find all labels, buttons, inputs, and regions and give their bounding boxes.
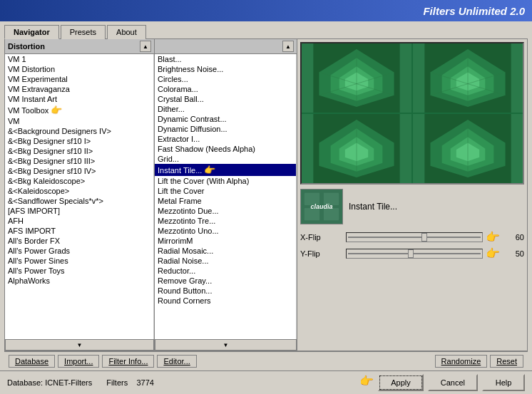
filter-item[interactable]: Crystal Ball...	[155, 94, 296, 104]
editor-button[interactable]: Editor...	[157, 355, 196, 368]
xflip-track	[348, 237, 481, 238]
category-item[interactable]: VM Experimental	[5, 74, 153, 84]
tabs: Navigator Presets About	[0, 21, 532, 38]
category-item[interactable]: VM Instant Art	[5, 94, 153, 104]
param-yflip-value: 50	[503, 249, 524, 258]
category-item[interactable]: &<Bkg Designer sf10 I>	[5, 136, 153, 146]
category-item[interactable]: &<Background Designers IV>	[5, 126, 153, 136]
category-panel: VM 1VM DistortionVM ExperimentalVM Extra…	[5, 54, 154, 339]
category-item[interactable]: All's Power Sines	[5, 256, 153, 266]
filter-item[interactable]: Brightness Noise...	[155, 64, 296, 74]
param-xflip-value: 60	[503, 233, 524, 242]
import-button[interactable]: Import...	[58, 355, 99, 368]
filter-panel: Blast...Brightness Noise...Circles...Col…	[155, 54, 297, 339]
category-item[interactable]: &<Bkg Kaleidoscope>	[5, 176, 153, 186]
title-bar: Filters Unlimited 2.0	[0, 0, 532, 21]
category-scroll-up[interactable]: ▲	[140, 41, 151, 52]
preview-cell-3	[302, 114, 411, 183]
tab-navigator[interactable]: Navigator	[4, 25, 59, 39]
param-yflip-slider[interactable]	[346, 249, 483, 259]
category-scroll-down[interactable]: ▼	[5, 339, 154, 351]
filter-item[interactable]: Remove Gray...	[155, 276, 296, 286]
category-header: Distortion	[8, 42, 45, 51]
filter-name-label: Instant Tile...	[349, 202, 524, 212]
reset-button[interactable]: Reset	[490, 355, 523, 368]
filter-item[interactable]: Lift the Cover	[155, 186, 296, 196]
filter-info-area: claudia Instant Tile...	[300, 189, 524, 224]
filter-item[interactable]: Mezzotinto Uno...	[155, 226, 296, 236]
category-item[interactable]: &<Bkg Designer sf10 IV>	[5, 166, 153, 176]
xflip-hand-icon: 👉	[486, 230, 500, 244]
filter-item[interactable]: Dynamic Contrast...	[155, 114, 296, 124]
status-buttons: 👉 Apply Cancel Help	[359, 374, 525, 391]
yflip-thumb[interactable]	[408, 249, 414, 258]
xflip-thumb[interactable]	[421, 233, 427, 242]
app-title: Filters Unlimited 2.0	[423, 5, 525, 17]
apply-button[interactable]: Apply	[378, 374, 424, 391]
filter-item[interactable]: Circles...	[155, 74, 296, 84]
category-item[interactable]: VM Distortion	[5, 64, 153, 74]
bottom-toolbar: Database Import... Filter Info... Editor…	[4, 351, 528, 370]
params-area: X-Flip 👉 60 Y-Flip 👉 50	[300, 230, 524, 348]
category-item[interactable]: &<Bkg Designer sf10 II>	[5, 146, 153, 156]
category-item[interactable]: VM	[5, 116, 153, 126]
filter-thumbnail: claudia	[300, 189, 343, 224]
filter-item[interactable]: Radial Noise...	[155, 256, 296, 266]
category-item[interactable]: All's Power Toys	[5, 266, 153, 276]
filter-item[interactable]: Extractor I...	[155, 134, 296, 144]
status-info: Database: ICNET-Filters Filters 3774	[7, 378, 154, 387]
param-xflip-slider[interactable]	[346, 232, 483, 242]
middle-panel: ▲ Blast...Brightness Noise...Circles...C…	[155, 39, 297, 351]
category-item[interactable]: &<Bkg Designer sf10 III>	[5, 156, 153, 166]
filter-item[interactable]: Dynamic Diffusion...	[155, 124, 296, 134]
category-item[interactable]: All's Power Grads	[5, 246, 153, 256]
category-item[interactable]: [AFS IMPORT]	[5, 206, 153, 216]
right-panel: claudia Instant Tile... X-Flip 👉 60	[297, 39, 527, 351]
main-container: Navigator Presets About Distortion ▲ VM …	[0, 21, 532, 394]
filter-item[interactable]: Round Button...	[155, 286, 296, 296]
filter-scroll-up[interactable]: ▲	[282, 41, 294, 52]
category-item[interactable]: AlphaWorks	[5, 276, 153, 286]
filter-item[interactable]: Metal Frame	[155, 196, 296, 206]
filter-scroll-down[interactable]: ▼	[155, 339, 297, 351]
left-panel: Distortion ▲ VM 1VM DistortionVM Experim…	[5, 39, 155, 351]
preview-cell-1	[302, 43, 411, 113]
yflip-hand-icon: 👉	[486, 247, 500, 260]
param-row-xflip: X-Flip 👉 60	[300, 230, 524, 244]
toolbar-left: Database Import... Filter Info... Editor…	[9, 355, 197, 368]
help-button[interactable]: Help	[482, 374, 525, 391]
category-item[interactable]: &<Sandflower Specials*v*>	[5, 196, 153, 206]
category-item[interactable]: AFH	[5, 216, 153, 226]
filter-item[interactable]: Fast Shadow (Needs Alpha)	[155, 144, 296, 154]
apply-hand-icon: 👉	[359, 374, 374, 391]
filter-item[interactable]: Round Corners	[155, 296, 296, 306]
filter-item[interactable]: Dither...	[155, 104, 296, 114]
filter-item[interactable]: Instant Tile... 👉	[155, 164, 296, 176]
filter-item[interactable]: Radial Mosaic...	[155, 246, 296, 256]
filter-list[interactable]: Blast...Brightness Noise...Circles...Col…	[155, 54, 297, 339]
tab-about[interactable]: About	[107, 25, 146, 39]
category-item[interactable]: AFS IMPORT	[5, 226, 153, 236]
category-item[interactable]: VM 1	[5, 54, 153, 64]
cancel-button[interactable]: Cancel	[428, 374, 478, 391]
param-yflip-label: Y-Flip	[300, 249, 343, 258]
preview-cell-2	[413, 43, 523, 113]
category-item[interactable]: &<Kaleidoscope>	[5, 186, 153, 196]
category-item[interactable]: All's Border FX	[5, 236, 153, 246]
category-item[interactable]: VM Toolbox 👉	[5, 104, 153, 116]
filter-item[interactable]: Grid...	[155, 154, 296, 164]
tab-presets[interactable]: Presets	[61, 25, 106, 39]
category-list[interactable]: VM 1VM DistortionVM ExperimentalVM Extra…	[5, 54, 154, 339]
category-item[interactable]: VM Extravaganza	[5, 84, 153, 94]
filter-item[interactable]: Blast...	[155, 54, 296, 64]
filter-item[interactable]: Mezzotinto Due...	[155, 206, 296, 216]
filter-item[interactable]: Mezzotinto Tre...	[155, 216, 296, 226]
filter-item[interactable]: Lift the Cover (With Alpha)	[155, 176, 296, 186]
filter-item[interactable]: Colorama...	[155, 84, 296, 94]
randomize-button[interactable]: Randomize	[435, 355, 488, 368]
toolbar-right: Randomize Reset	[435, 355, 523, 368]
filter-info-button[interactable]: Filter Info...	[102, 355, 154, 368]
filter-item[interactable]: MirrorimM	[155, 236, 296, 246]
filter-item[interactable]: Reductor...	[155, 266, 296, 276]
database-button[interactable]: Database	[9, 355, 55, 368]
